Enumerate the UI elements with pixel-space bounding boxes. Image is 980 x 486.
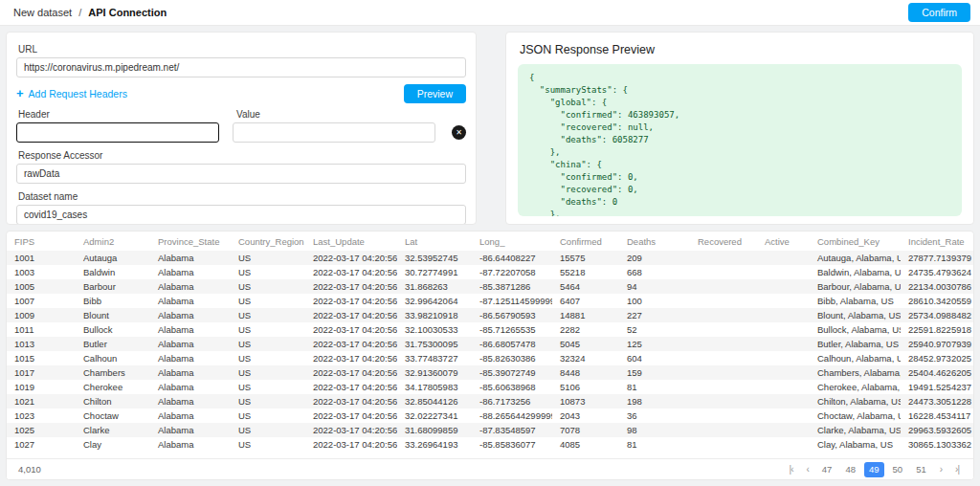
table-cell: 209 [619,251,690,265]
table-cell: 2043 [552,409,619,423]
table-cell: Clarke [76,423,150,437]
url-label: URL [18,44,466,55]
response-accessor-input[interactable] [16,164,466,184]
table-cell: 1003 [7,265,76,279]
table-cell: 1027 [7,437,76,452]
table-cell: 81 [619,437,690,452]
table-cell: 1001 [7,251,76,265]
table-cell: Chambers, Alabama, US [810,365,901,380]
table-row: 1005BarbourAlabamaUS2022-03-17 04:20:563… [7,279,973,294]
table-cell: 33.26964193 [397,437,472,452]
table-cell [690,308,757,322]
table-cell: US [231,365,305,380]
table-cell: -87.72207058 [472,265,552,279]
pagination: |‹ ‹ 4748495051 › ›| [785,462,964,477]
add-request-headers-label: Add Request Headers [29,88,127,99]
table-cell: Chambers [76,365,150,380]
dataset-name-input[interactable] [16,205,466,225]
table-cell: 22591.8225918 [901,322,973,337]
first-page-button[interactable]: |‹ [785,462,798,477]
table-cell [757,409,810,423]
table-cell: Blount, Alabama, US [810,308,901,322]
table-cell: 30.72774991 [397,265,472,279]
confirm-button[interactable]: Confirm [908,3,970,22]
data-preview-table: FIPSAdmin2Province_StateCountry_RegionLa… [7,232,973,452]
preview-button[interactable]: Preview [404,84,466,103]
table-cell [690,265,757,279]
table-cell: US [231,265,305,279]
json-preview-code[interactable]: { "summaryStats": { "global": { "confirm… [518,64,962,216]
column-header: Country_Region [231,232,305,251]
table-cell: -85.71265535 [472,322,552,337]
url-input[interactable] [16,57,466,77]
table-row: 1025ClarkeAlabamaUS2022-03-17 04:20:5631… [7,423,973,437]
table-cell: Butler, Alabama, US [810,337,901,351]
table-cell [757,437,810,452]
header-label: Header [18,109,221,120]
data-preview-table-panel: FIPSAdmin2Province_StateCountry_RegionLa… [6,231,974,480]
page-button-48[interactable]: 48 [840,462,860,477]
table-cell: 25940.9707939 [901,337,973,351]
prev-page-button[interactable]: ‹ [801,462,813,477]
table-cell: 1011 [7,322,76,337]
table-cell: 1017 [7,365,76,380]
table-cell: Clay, Alabama, US [810,437,901,452]
table-cell: 29963.5932605 [901,423,973,437]
next-page-button[interactable]: › [935,462,947,477]
table-cell: 10873 [552,394,619,409]
header-value-input[interactable] [233,122,435,143]
table-cell: -87.83548597 [472,423,552,437]
table-cell: Alabama [150,409,231,423]
table-cell: Alabama [150,279,231,294]
table-cell: 227 [619,308,690,322]
table-cell [757,351,810,365]
remove-header-button[interactable]: ✕ [452,125,466,140]
table-cell: 6407 [552,294,619,308]
breadcrumb-new-dataset[interactable]: New dataset [13,7,72,18]
table-cell: Alabama [150,251,231,265]
table-cell: 25404.4626205 [901,365,973,380]
dataset-name-label: Dataset name [18,191,466,202]
column-header: FIPS [7,232,76,251]
table-cell: Bibb [76,294,150,308]
table-cell: 125 [619,337,690,351]
row-count: 4,010 [18,464,41,475]
table-cell: Alabama [150,322,231,337]
table-cell: -87.12511459999996 [472,294,552,308]
table-cell: -86.7173256 [472,394,552,409]
table-cell: 2022-03-17 04:20:56 [305,265,397,279]
table-cell: US [231,337,305,351]
table-cell: 34.17805983 [397,380,472,394]
table-cell: Clay [76,437,150,452]
page-button-50[interactable]: 50 [888,462,908,477]
column-header: Last_Update [305,232,397,251]
table-row: 1021ChiltonAlabamaUS2022-03-17 04:20:563… [7,394,973,409]
table-body: 1001AutaugaAlabamaUS2022-03-17 04:20:563… [7,251,973,452]
table-cell: -86.64408227 [472,251,552,265]
column-header: Admin2 [76,232,150,251]
table-cell: 24473.3051228 [901,394,973,409]
table-cell: 5464 [552,279,619,294]
table-row: 1011BullockAlabamaUS2022-03-17 04:20:563… [7,322,973,337]
last-page-button[interactable]: ›| [950,462,964,477]
table-cell: 2022-03-17 04:20:56 [305,394,397,409]
json-preview-title: JSON Response Preview [520,43,962,56]
json-response-preview-panel: JSON Response Preview { "summaryStats": … [505,32,974,225]
table-row: 1013ButlerAlabamaUS2022-03-17 04:20:5631… [7,337,973,351]
table-cell: 32.99642064 [397,294,472,308]
table-cell: 2022-03-17 04:20:56 [305,322,397,337]
table-cell: 100 [619,294,690,308]
page-button-51[interactable]: 51 [911,462,931,477]
table-cell: US [231,322,305,337]
header-key-input[interactable] [16,122,219,143]
table-cell: Alabama [150,437,231,452]
table-cell: 16228.4534117 [901,409,973,423]
page-button-49[interactable]: 49 [864,462,884,477]
table-cell: 5106 [552,380,619,394]
page-button-47[interactable]: 47 [817,462,837,477]
table-cell: 8448 [552,365,619,380]
add-request-headers-link[interactable]: + Add Request Headers [16,87,127,99]
table-cell: 2022-03-17 04:20:56 [305,251,397,265]
table-scroll-area[interactable]: FIPSAdmin2Province_StateCountry_RegionLa… [7,232,973,458]
table-cell [757,380,810,394]
